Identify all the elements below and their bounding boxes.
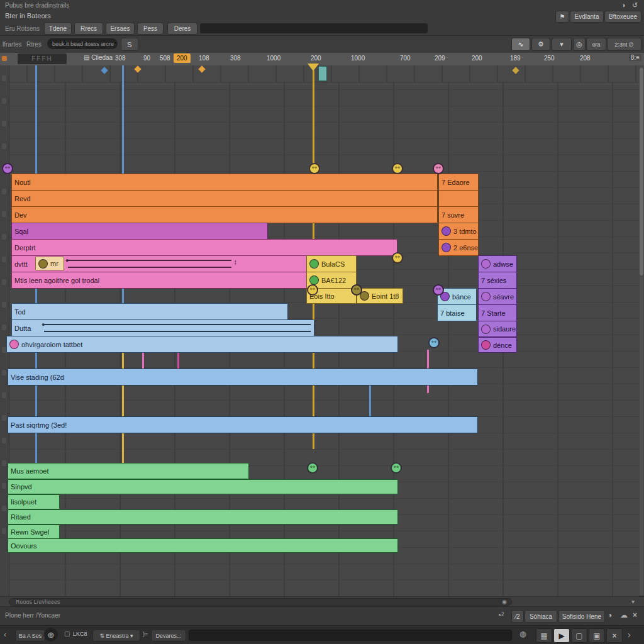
timeline-strip[interactable]: Mus aemoet	[8, 463, 249, 479]
window-tool-icon[interactable]: ▢	[571, 628, 587, 643]
timeline-marker[interactable]	[391, 462, 402, 474]
timeline-strip[interactable]: mr	[35, 257, 64, 270]
timeline-strip[interactable]: BulaCS	[306, 255, 357, 272]
timeline-strip[interactable]: Oovours	[8, 538, 398, 553]
timeline-strip[interactable]: ohvirgaroiom tattbet	[6, 336, 398, 353]
timeline-strip[interactable]: 7 btaise	[437, 304, 477, 321]
checkbox-icon[interactable]: ▢	[64, 630, 70, 637]
grid-tool-icon[interactable]: ▦	[536, 628, 552, 643]
theme-icon[interactable]: ◑	[621, 1, 626, 9]
tab-2[interactable]: Rrecs	[74, 23, 103, 35]
globe-icon[interactable]: ◍	[519, 630, 526, 638]
timeline-marker[interactable]	[351, 284, 362, 296]
pan-icon[interactable]: ⊕	[44, 628, 58, 641]
footer-back-button[interactable]: Ba A Ses	[15, 630, 45, 641]
timeline-marker[interactable]	[433, 284, 444, 296]
view-ratio-button[interactable]: 2:3nt ∅	[607, 38, 641, 51]
timeline-strip[interactable]: Sqal	[11, 223, 268, 240]
timeline-marker[interactable]	[433, 163, 444, 174]
tool-settings-icon[interactable]: ⚙	[531, 38, 550, 51]
channel-tick	[2, 257, 6, 262]
timeline-marker[interactable]	[307, 284, 318, 296]
forward-chevron-icon[interactable]: ›	[628, 630, 631, 640]
horizontal-scrollbar[interactable]: Reoos Lrevheees	[9, 598, 512, 606]
close-icon[interactable]: ×	[633, 611, 637, 619]
scrollbar-menu-icon[interactable]: ▾	[631, 598, 635, 605]
timeline-strip[interactable]: Vise stading (62d	[8, 369, 478, 386]
strip-label: adwse	[493, 260, 513, 268]
timeline-area[interactable]: NoutlRevdDev7 Edaore7 suvre3 tdmto2 e6ns…	[0, 65, 644, 596]
timeline-strip[interactable]: Sinpvd	[8, 479, 398, 494]
target-icon[interactable]: ◎	[573, 38, 586, 51]
strip-label: Dev	[14, 211, 27, 219]
timeline-strip[interactable]: 7 suvre	[438, 206, 479, 223]
status-button-1[interactable]: Sóhiaca	[525, 610, 557, 623]
timeline-strip[interactable]: Revd	[11, 190, 438, 207]
timeline-strip[interactable]: Eoint 1t8	[357, 288, 403, 304]
dropdown-icon[interactable]: ▾	[552, 38, 572, 51]
timeline-strip[interactable]: Past siqrtmg (3ed!	[8, 416, 478, 433]
timeline-strip[interactable]: Tod	[11, 303, 288, 320]
timeline-strip[interactable]: 2 e6nse	[438, 239, 479, 256]
clipboard-tool-icon[interactable]: ▣	[589, 628, 605, 643]
delete-tool-icon[interactable]: ×	[606, 628, 623, 643]
footer-input[interactable]	[189, 630, 512, 641]
contrast-icon[interactable]: ◑	[608, 611, 612, 619]
tab-5[interactable]: Deres	[167, 23, 197, 35]
overlay-button[interactable]: ora	[586, 38, 606, 51]
cloud-icon[interactable]: ☁	[620, 611, 628, 619]
retime-range[interactable]	[44, 324, 311, 332]
timeline-strip[interactable]: Noutl	[11, 174, 438, 191]
timeline-strip[interactable]: 7 Starte	[478, 304, 517, 321]
vertical-scrollbar-thumb[interactable]	[640, 68, 643, 275]
timeline-strip[interactable]: 3 tdmto	[438, 223, 479, 240]
timeline-marker[interactable]	[392, 252, 403, 264]
marker-dropdown[interactable]: ▤ Cliedaa	[84, 54, 113, 61]
ruler-tick: 308	[115, 55, 126, 62]
cursor-tool-icon[interactable]: ▶	[553, 628, 570, 643]
timeline-strip[interactable]: Ritaed	[8, 509, 398, 525]
tab-4[interactable]: Pess	[137, 23, 164, 35]
mode-dropdown[interactable]: ⇅ Eneastra ▾	[92, 630, 140, 641]
timeline-strip[interactable]: 7 Edaore	[438, 174, 479, 191]
timeline-marker[interactable]	[309, 163, 320, 174]
timeline-marker[interactable]	[428, 337, 440, 348]
timeline-marker[interactable]	[307, 462, 318, 474]
timeline-strip[interactable]: dénce	[478, 337, 517, 353]
flag-icon[interactable]: ⚑	[555, 11, 569, 23]
frame-counter-box[interactable]: FFFH	[18, 53, 67, 64]
header-button-1[interactable]: Evdlanta	[570, 11, 604, 23]
header-button-2[interactable]: Bftoxeuee	[604, 11, 641, 23]
back-chevron-icon[interactable]: ‹	[4, 630, 6, 639]
half-res-button[interactable]: ⁄2	[511, 610, 524, 623]
ruler-end-box[interactable]: 8:≡	[629, 54, 641, 61]
timeline-strip[interactable]	[438, 190, 479, 207]
retime-range[interactable]	[68, 260, 231, 268]
timeline-ruler[interactable]: FFFH ▤ Cliedaa 3089050820010830810002001…	[0, 53, 644, 66]
sync-icon[interactable]: ↺	[632, 1, 638, 9]
timeline-strip[interactable]: Dev	[11, 206, 438, 223]
timeline-marker[interactable]	[392, 163, 403, 174]
scrollbar-grip-icon[interactable]: ◉	[502, 599, 507, 605]
status-button-2[interactable]: Sofisido Hene	[558, 610, 605, 623]
timeline-marker[interactable]	[2, 163, 13, 174]
timeline-strip[interactable]: Rewn Swgel	[8, 525, 60, 539]
timeline-strip[interactable]: Mtis leen agoithre gol trodal	[11, 272, 308, 289]
strip-label: BA€122	[321, 277, 346, 284]
timeline-strip[interactable]: 7 séxies	[478, 272, 517, 289]
tab-3[interactable]: Ersaes	[106, 23, 135, 35]
strip-label: Eoint 1t8	[372, 292, 399, 300]
search-input[interactable]: beuk.it bead itoass arcre	[47, 38, 118, 49]
channel-tick	[2, 302, 6, 308]
timeline-strip[interactable]: Iisolpuet	[8, 494, 60, 509]
timeline-strip[interactable]: Derptrt	[11, 239, 397, 256]
timeline-strip[interactable]: sidaure	[478, 321, 517, 337]
footer-dropdown-2[interactable]: Devares..:	[151, 630, 186, 641]
timeline-strip[interactable]: séavre	[478, 288, 517, 305]
snap-button[interactable]: S	[121, 38, 138, 51]
tab-1[interactable]: Tdene	[44, 23, 72, 35]
header-field[interactable]	[200, 23, 428, 33]
proportional-edit-icon[interactable]: ∿	[511, 38, 530, 51]
strip-label: dénce	[493, 341, 512, 349]
timeline-strip[interactable]: adwse	[478, 255, 517, 272]
